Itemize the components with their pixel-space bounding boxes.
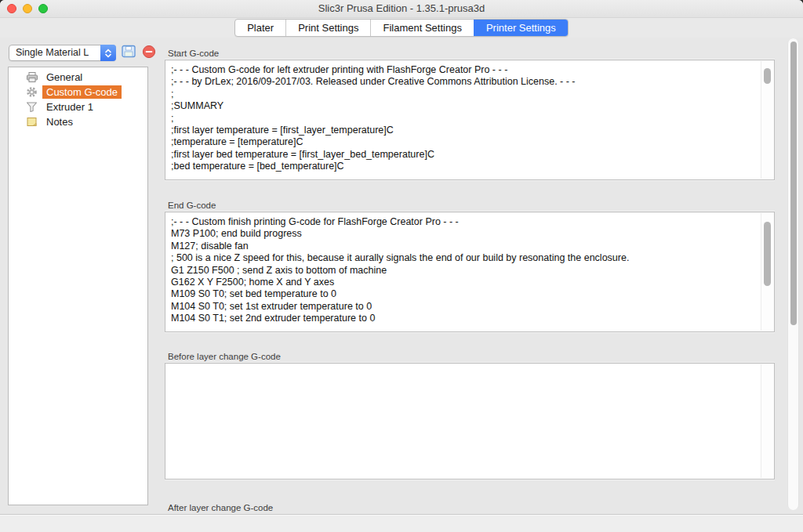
before-layer-gcode-text [165,364,774,479]
end-gcode-text: ;- - - Custom finish printing G-code for… [165,212,774,331]
delete-preset-button[interactable] [141,45,157,61]
window-title: Slic3r Prusa Edition - 1.35.1-prusa3d [0,0,803,17]
tree-item-custom-gcode[interactable]: Custom G-code [9,85,147,100]
printer-preset-value: Single Material L [16,45,89,60]
tree-item-label: Notes [42,115,77,128]
before-layer-gcode-label: Before layer change G-code [168,352,281,361]
tab-filament-settings[interactable]: Filament Settings [370,20,473,36]
funnel-icon [25,101,38,113]
end-gcode-textarea[interactable]: ;- - - Custom finish printing G-code for… [165,212,775,332]
gear-icon [25,86,38,98]
settings-tree: General Custom G-code Ex [8,67,148,505]
start-gcode-textarea[interactable]: ;- - - Custom G-code for left extruder p… [165,60,775,180]
tab-printer-settings[interactable]: Printer Settings [474,20,568,36]
tree-item-general[interactable]: General [9,70,147,85]
preset-toolbar: Single Material L [9,45,157,61]
window-footer [0,514,803,532]
start-gcode-label: Start G-code [168,49,219,58]
tab-plater[interactable]: Plater [235,20,285,36]
scrollbar-thumb[interactable] [764,222,771,286]
scrollbar-thumb[interactable] [764,68,771,84]
app-window: Slic3r Prusa Edition - 1.35.1-prusa3d Pl… [0,0,803,532]
tree-item-label: Custom G-code [42,85,122,99]
before-layer-gcode-textarea[interactable] [165,363,775,480]
before-layer-gcode-scrollbar[interactable] [761,364,773,478]
chevron-up-down-icon [100,45,116,61]
tree-item-label: Extruder 1 [42,100,97,114]
after-layer-gcode-label: After layer change G-code [168,503,273,512]
printer-preset-select[interactable]: Single Material L [9,45,116,61]
page-scrollbar-thumb[interactable] [790,42,797,325]
custom-gcode-page: Start G-code ;- - - Custom G-code for le… [165,38,775,513]
page-scrollbar[interactable] [787,38,799,510]
tab-bar: Plater Print Settings Filament Settings … [0,18,803,38]
tab-print-settings[interactable]: Print Settings [285,20,370,36]
tree-item-extruder-1[interactable]: Extruder 1 [9,100,147,114]
printer-settings-content: Single Material L [0,38,803,514]
start-gcode-scrollbar[interactable] [761,61,773,179]
titlebar: Slic3r Prusa Edition - 1.35.1-prusa3d [0,0,803,18]
settings-tabs: Plater Print Settings Filament Settings … [234,19,569,37]
end-gcode-scrollbar[interactable] [761,213,773,331]
floppy-disk-icon [122,45,136,61]
note-icon [25,116,38,128]
tree-item-label: General [42,71,86,84]
tree-item-notes[interactable]: Notes [9,114,147,129]
end-gcode-label: End G-code [168,201,216,210]
printer-icon [25,71,38,83]
save-preset-button[interactable] [121,45,136,61]
minus-circle-icon [142,45,156,62]
start-gcode-text: ;- - - Custom G-code for left extruder p… [165,60,774,179]
